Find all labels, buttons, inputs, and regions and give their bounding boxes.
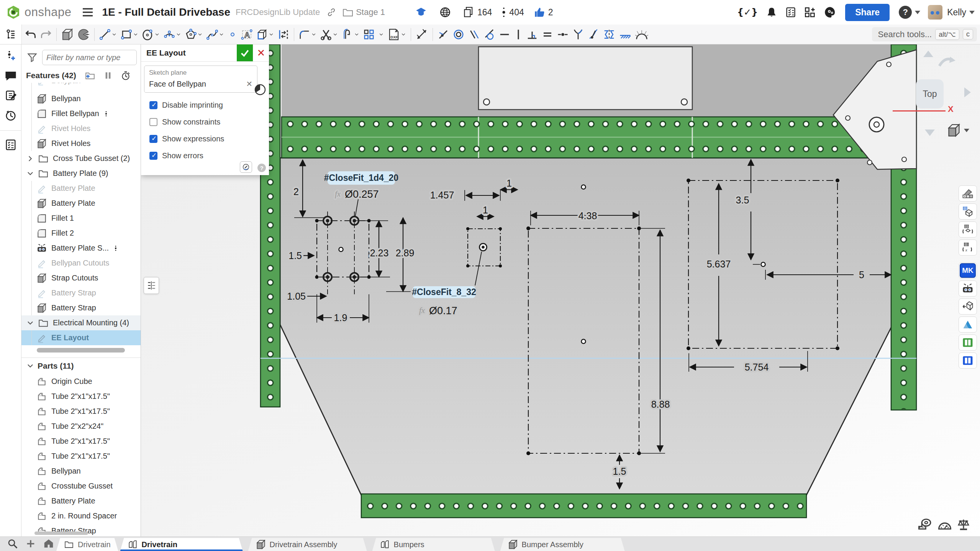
feature-item[interactable]: Battery Strap bbox=[21, 285, 141, 300]
coincident-constraint[interactable] bbox=[436, 27, 451, 42]
user-name[interactable]: Kelly bbox=[947, 7, 966, 18]
public-globe-icon[interactable] bbox=[440, 7, 454, 18]
tape-measure-icon[interactable] bbox=[918, 518, 932, 531]
export-part-app-button[interactable] bbox=[959, 298, 977, 315]
link-icon[interactable] bbox=[327, 8, 336, 17]
dialog-accept-button[interactable] bbox=[237, 44, 253, 61]
view-rotate-up-arrow[interactable] bbox=[923, 51, 933, 57]
circle-tool[interactable] bbox=[140, 27, 162, 42]
part-item[interactable]: Tube 2"x2"x24" bbox=[21, 419, 141, 434]
pierce-constraint[interactable] bbox=[586, 27, 601, 42]
home-tab-icon[interactable] bbox=[43, 538, 54, 549]
feature-folder[interactable]: Cross Tube Gusset (2) bbox=[21, 151, 141, 166]
point-tool[interactable] bbox=[226, 27, 239, 42]
battery-plate-top[interactable] bbox=[479, 47, 692, 110]
tasks-stat[interactable]: 404 bbox=[502, 7, 524, 18]
cut-list-icon[interactable] bbox=[5, 139, 16, 151]
parallel-constraint[interactable] bbox=[466, 27, 482, 42]
feature-item[interactable]: Fillet 2 bbox=[21, 226, 141, 241]
rollback-bar[interactable] bbox=[21, 345, 141, 355]
feature-item[interactable]: Battery Plate bbox=[21, 196, 141, 211]
symmetric-constraint[interactable] bbox=[601, 27, 617, 42]
likes-stat[interactable]: 2 bbox=[534, 7, 553, 18]
midpoint-constraint[interactable] bbox=[555, 27, 570, 42]
normal-constraint[interactable] bbox=[570, 27, 586, 42]
feature-item[interactable]: Rivet Holes bbox=[21, 121, 141, 136]
feature-list-toggle[interactable] bbox=[0, 25, 22, 44]
config-variables-button[interactable] bbox=[959, 221, 977, 238]
sketch-list-flyout-button[interactable] bbox=[144, 277, 159, 294]
follow-mode-icon[interactable] bbox=[5, 90, 16, 101]
part-item[interactable]: Tube 2"x1"x17.5" bbox=[21, 434, 141, 449]
bellypan-face[interactable] bbox=[280, 158, 893, 495]
history-icon[interactable] bbox=[5, 110, 16, 121]
part-item[interactable]: Origin Cube bbox=[21, 374, 141, 389]
text-tool[interactable]: A bbox=[239, 27, 254, 42]
part-item[interactable]: 2 in. Round Spacer bbox=[21, 508, 141, 523]
part-item[interactable]: Tube 2"x1"x17.5" bbox=[21, 449, 141, 464]
equal-constraint[interactable] bbox=[540, 27, 555, 42]
view-spin-arrow[interactable] bbox=[937, 54, 957, 70]
learning-center-icon[interactable] bbox=[824, 7, 836, 18]
clear-selection-icon[interactable]: ✕ bbox=[246, 79, 252, 89]
chevron-down-icon[interactable] bbox=[26, 362, 34, 370]
alpine-app-button[interactable] bbox=[959, 316, 977, 333]
extrude-tool[interactable] bbox=[59, 27, 75, 42]
sketch-view-pie-icon[interactable] bbox=[254, 83, 267, 96]
workspace-name[interactable]: Stage 1 bbox=[356, 7, 385, 17]
feature-folder[interactable]: Battery Plate (9) bbox=[21, 166, 141, 181]
part-item[interactable]: Crosstube Gusset bbox=[21, 479, 141, 494]
mirror-tool[interactable] bbox=[377, 27, 386, 42]
tab-drivetrain-partstudio[interactable]: Drivetrain bbox=[120, 538, 243, 551]
app-store-icon[interactable] bbox=[805, 7, 816, 18]
feature-item[interactable]: Bellypan bbox=[21, 91, 141, 106]
search-tools[interactable]: Search tools... alt/⌥ c bbox=[872, 27, 977, 41]
mass-properties-icon[interactable] bbox=[957, 518, 970, 531]
notifications-bell-icon[interactable] bbox=[766, 7, 777, 18]
arc-tool[interactable] bbox=[162, 27, 183, 42]
add-tab-icon[interactable] bbox=[25, 538, 36, 549]
closefit-832-tag[interactable]: #CloseFit_8_32 bbox=[412, 287, 476, 297]
appearance-panel-button[interactable] bbox=[959, 185, 977, 202]
feature-item[interactable]: Battery Strap bbox=[21, 300, 141, 315]
view-rotate-right-arrow[interactable] bbox=[964, 87, 971, 97]
part-item[interactable]: Battery Plate bbox=[21, 494, 141, 508]
concentric-constraint[interactable] bbox=[451, 27, 466, 42]
new-folder-icon[interactable] bbox=[85, 71, 95, 80]
tab-bumpers-partstudio[interactable]: Bumpers bbox=[372, 538, 495, 551]
workspace-folder-icon[interactable] bbox=[343, 8, 353, 16]
perpendicular-constraint[interactable] bbox=[524, 27, 540, 42]
dimension-tool[interactable] bbox=[414, 27, 430, 42]
transform-copy-tool[interactable] bbox=[340, 27, 361, 42]
view-cube-top[interactable]: Top bbox=[916, 79, 944, 108]
part-item[interactable]: Bellypan bbox=[21, 464, 141, 479]
horizontal-constraint[interactable] bbox=[497, 27, 512, 42]
featurescript-icon[interactable]: {✓} bbox=[737, 7, 758, 18]
feature-item[interactable]: Bellypan bbox=[21, 83, 141, 91]
rectangle-tool[interactable] bbox=[119, 27, 140, 42]
option-show-constraints[interactable]: Show constraints bbox=[145, 118, 266, 126]
line-tool[interactable] bbox=[97, 27, 119, 42]
feature-item[interactable]: Battery Plate bbox=[21, 181, 141, 196]
offset-tool[interactable] bbox=[276, 27, 291, 42]
diameter-quarter-label[interactable]: Ø0.257 bbox=[345, 189, 379, 200]
feature-menu-icon[interactable] bbox=[113, 244, 119, 253]
feature-item[interactable]: Rivet Holes bbox=[21, 136, 141, 151]
sketch-tools-button[interactable] bbox=[240, 161, 252, 173]
main-menu-icon[interactable] bbox=[82, 7, 93, 17]
diameter-832-label[interactable]: Ø0.17 bbox=[429, 305, 457, 316]
vertical-constraint[interactable] bbox=[512, 27, 524, 42]
import-dxf-tool[interactable]: DXF bbox=[386, 27, 408, 42]
option-show-errors[interactable]: Show errors bbox=[145, 151, 266, 160]
share-button[interactable]: Share bbox=[845, 4, 890, 21]
polygon-tool[interactable] bbox=[183, 27, 205, 42]
copies-stat[interactable]: 164 bbox=[464, 7, 492, 18]
onshape-logo-icon[interactable] bbox=[6, 5, 21, 20]
redo-button[interactable] bbox=[38, 27, 54, 42]
feature-item[interactable]: Fillet 1 bbox=[21, 211, 141, 226]
feature-item[interactable]: Battery Plate S... bbox=[21, 241, 141, 256]
feature-item-selected[interactable]: EE Layout bbox=[21, 330, 141, 345]
fillet-sketch-tool[interactable] bbox=[297, 27, 318, 42]
feature-item[interactable]: Strap Cutouts bbox=[21, 271, 141, 285]
option-disable-imprinting[interactable]: Disable imprinting bbox=[145, 101, 266, 110]
